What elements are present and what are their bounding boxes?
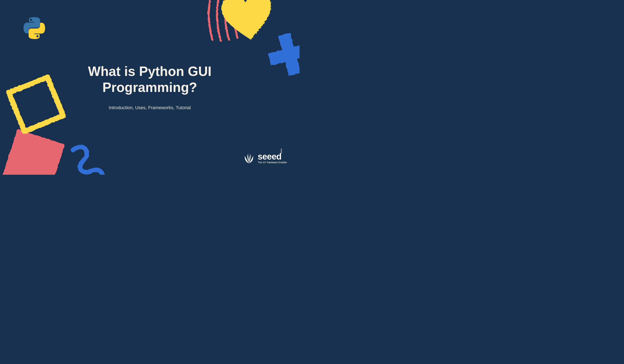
- seeed-logo: seeed studio The IoT Hardware Enabler: [243, 152, 287, 164]
- seeed-brand-text: seeed: [258, 152, 282, 161]
- decorative-yellow-heart: [217, 0, 278, 49]
- decorative-blue-squiggle: [67, 144, 108, 175]
- page-subtitle: Introduction, Uses, Frameworks, Tutorial: [109, 105, 191, 110]
- seeed-studio-label: studio: [280, 149, 283, 154]
- decorative-yellow-square-outline: [0, 69, 71, 139]
- python-logo-icon: [21, 15, 48, 42]
- seeed-tagline: The IoT Hardware Enabler: [258, 161, 287, 164]
- page-title: What is Python GUI Programming?: [67, 63, 233, 96]
- svg-rect-0: [2, 129, 65, 175]
- seeed-leaf-icon: [243, 152, 255, 164]
- svg-rect-1: [8, 77, 62, 131]
